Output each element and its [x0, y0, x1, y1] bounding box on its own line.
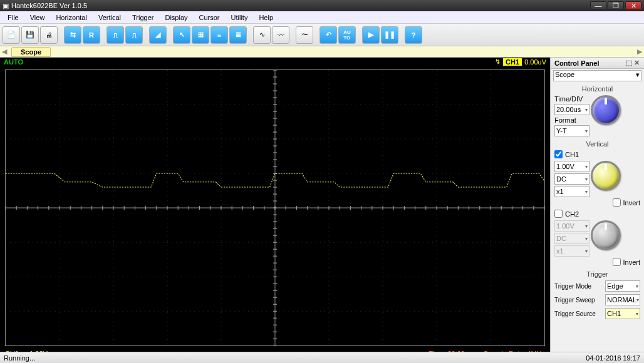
scope-top-bar: AUTO ↯ CH1 0.00uV — [0, 58, 550, 66]
close-button[interactable]: ✕ — [625, 1, 641, 10]
pulse-down-icon[interactable]: ⎍ — [125, 26, 143, 44]
control-panel: Control Panel ⬚ ✕ Scope▾ Horizontal Time… — [550, 58, 644, 352]
ch2-enable-checkbox[interactable] — [554, 210, 563, 218]
maximize-button[interactable]: ❐ — [608, 1, 624, 10]
tabstrip: ◀ Scope ▶ — [0, 46, 644, 58]
fft-icon[interactable]: 〜 — [296, 26, 313, 44]
trigger-marker-right-icon[interactable] — [544, 229, 545, 235]
statusbar: Running... 04-01-2018 19:17 — [0, 352, 644, 363]
ch2-label: CH2 — [565, 210, 579, 218]
print-icon[interactable]: 🖨 — [40, 26, 58, 44]
scope-canvas[interactable] — [5, 69, 545, 346]
math-icon[interactable]: ∿ — [253, 26, 271, 44]
panel-pin-icon[interactable]: ⬚ — [625, 59, 633, 67]
menu-help[interactable]: Help — [254, 13, 278, 23]
ch2-coupling-select[interactable]: DC▾ — [554, 233, 589, 244]
auto-icon[interactable]: AUTO — [338, 26, 356, 44]
tab-scroll-right-icon[interactable]: ▶ — [635, 48, 644, 56]
cursor-icon[interactable]: ↖ — [173, 26, 190, 44]
ch1-invert-checkbox[interactable] — [613, 198, 621, 207]
pause-icon[interactable]: ❚❚ — [381, 26, 398, 44]
ch1-knob[interactable] — [591, 161, 621, 191]
trigger-level-value: 0.00uV — [524, 58, 546, 66]
trigger-sweep-label: Trigger Sweep — [554, 297, 603, 304]
ch2-volts-select[interactable]: 1.00V▾ — [554, 220, 589, 232]
ch1-label: CH1 — [565, 151, 579, 158]
tab-scroll-left-icon[interactable]: ◀ — [0, 48, 9, 56]
menu-view[interactable]: View — [25, 13, 50, 23]
horizontal-knob[interactable] — [591, 95, 621, 125]
status-datetime: 04-01-2018 19:17 — [586, 354, 640, 362]
section-trigger-title: Trigger — [551, 268, 644, 279]
status-text: Running... — [4, 354, 35, 362]
trigger-edge-icon: ↯ — [495, 58, 501, 66]
menu-horizontal[interactable]: Horizontal — [51, 13, 92, 23]
help-icon[interactable]: ? — [405, 26, 422, 44]
grid-icon[interactable]: ⊞ — [192, 26, 209, 44]
trigger-mode-select[interactable]: Edge▾ — [605, 280, 640, 292]
wave-icon[interactable]: 〰 — [272, 26, 289, 44]
toolbar: 📄 💾 🖨 ⇆ R ⎍ ⎍ ◢ ↖ ⊞ ≡ ≣ ∿ 〰 〜 ↶ AUTO ▶ ❚… — [0, 24, 644, 46]
ramp-icon[interactable]: ◢ — [149, 26, 167, 44]
format-label: Format — [554, 116, 588, 124]
titlebar: ▣ Hantek6022BE Ver 1.0.5 — ❐ ✕ — [0, 0, 644, 11]
channel-toggle-icon[interactable]: ⇆ — [64, 26, 81, 44]
run-icon[interactable]: ▶ — [362, 26, 380, 44]
trigger-mode-label: Trigger Mode — [554, 283, 603, 290]
panel-mode-select[interactable]: Scope▾ — [553, 70, 641, 81]
trigger-source-label: Trigger Source — [554, 310, 603, 317]
ch2-probe-select[interactable]: x1▾ — [554, 245, 589, 257]
tab-scope[interactable]: Scope — [11, 47, 51, 57]
main-area: AUTO ↯ CH1 0.00uV CH1 — 1.00V Time: 20.0… — [0, 58, 644, 352]
ch2-knob[interactable] — [591, 220, 621, 250]
trigger-channel-badge: CH1 — [503, 58, 522, 66]
trigger-marker-left-icon[interactable] — [5, 229, 6, 235]
list-icon[interactable]: ≣ — [229, 26, 247, 44]
undo-icon[interactable]: ↶ — [319, 26, 337, 44]
menu-trigger[interactable]: Trigger — [127, 13, 158, 23]
menu-utility[interactable]: Utility — [226, 13, 253, 23]
new-icon[interactable]: 📄 — [3, 26, 20, 44]
menu-vertical[interactable]: Vertical — [93, 13, 126, 23]
ch1-enable-checkbox[interactable] — [554, 150, 563, 158]
ch1-volts-select[interactable]: 1.00V▾ — [554, 161, 589, 172]
ch1-invert-label: Invert — [623, 199, 640, 207]
trigger-source-select[interactable]: CH1▾ — [605, 308, 640, 319]
scope-canvas-wrap — [0, 66, 550, 350]
section-vertical-title: Vertical — [551, 138, 644, 149]
ch1-coupling-select[interactable]: DC▾ — [554, 173, 589, 185]
scope-area: AUTO ↯ CH1 0.00uV CH1 — 1.00V Time: 20.0… — [0, 58, 550, 352]
minimize-button[interactable]: — — [590, 1, 606, 10]
reset-icon[interactable]: R — [83, 26, 100, 44]
control-panel-header: Control Panel ⬚ ✕ — [551, 58, 644, 69]
time-div-label: Time/DIV — [554, 95, 588, 103]
time-div-select[interactable]: 20.00us▾ — [554, 104, 589, 115]
menu-display[interactable]: Display — [160, 13, 192, 23]
pulse-up-icon[interactable]: ⎍ — [106, 26, 124, 44]
menu-cursor[interactable]: Cursor — [194, 13, 225, 23]
format-select[interactable]: Y-T▾ — [554, 125, 589, 136]
save-icon[interactable]: 💾 — [21, 26, 39, 44]
acquisition-mode: AUTO — [4, 58, 23, 66]
menubar: File View Horizontal Vertical Trigger Di… — [0, 11, 644, 24]
trigger-sweep-select[interactable]: NORMAL▾ — [605, 294, 640, 305]
ch1-probe-select[interactable]: x1▾ — [554, 186, 589, 197]
app-icon: ▣ — [3, 2, 9, 10]
measure-icon[interactable]: ≡ — [210, 26, 228, 44]
trigger-readout: ↯ CH1 0.00uV — [495, 58, 546, 66]
control-panel-title: Control Panel — [554, 59, 600, 67]
panel-close-icon[interactable]: ✕ — [633, 59, 640, 67]
ch2-invert-checkbox[interactable] — [613, 258, 621, 266]
ch2-invert-label: Invert — [623, 258, 640, 266]
section-horizontal-title: Horizontal — [551, 83, 644, 94]
window-title: Hantek6022BE Ver 1.0.5 — [11, 2, 590, 9]
menu-file[interactable]: File — [3, 13, 24, 23]
